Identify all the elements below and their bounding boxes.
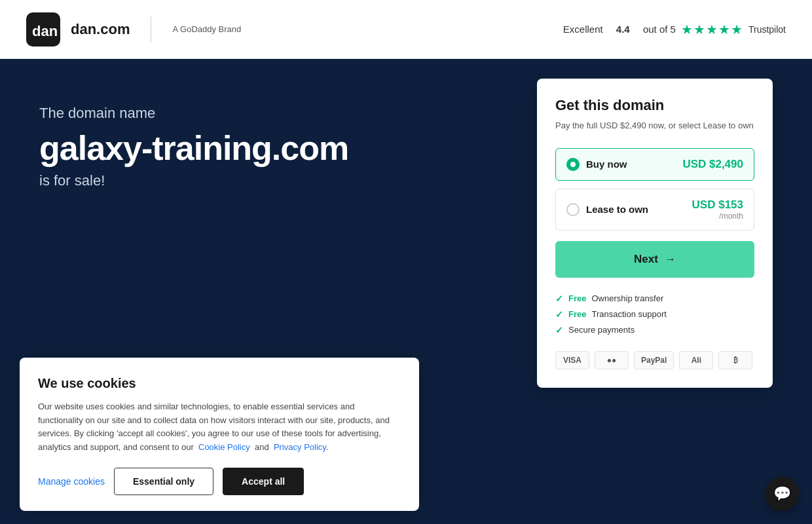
cookie-period: .: [326, 442, 329, 452]
check-icon-3: ✓: [555, 325, 563, 335]
logo-divider: [151, 16, 151, 43]
cookie-policy-link[interactable]: Cookie Policy: [198, 442, 250, 452]
check-icon-2: ✓: [555, 309, 563, 320]
hero-text-block: The domain name galaxy-training.com is f…: [39, 105, 348, 189]
cookie-body: Our website uses cookies and similar tec…: [38, 400, 401, 455]
essential-only-button[interactable]: Essential only: [114, 468, 213, 495]
trustpilot-area: Excellent 4.4 out of 5 ★★★★★ Trustpilot: [563, 22, 786, 37]
next-button[interactable]: Next →: [555, 241, 754, 278]
feature-item: ✓ Free Ownership transfer: [555, 291, 754, 307]
brand-label: A GoDaddy Brand: [172, 24, 241, 34]
cookie-and-text: and: [255, 442, 269, 452]
card-title: Get this domain: [555, 97, 754, 114]
feature-text-2: Transaction support: [591, 309, 666, 319]
trustpilot-score: 4.4: [616, 24, 630, 35]
lease-left: Lease to own: [566, 203, 648, 216]
domain-card: Get this domain Pay the full USD $2,490 …: [537, 79, 773, 388]
payment-btc: ₿: [718, 351, 752, 369]
feature-item: ✓ Secure payments: [555, 322, 754, 338]
buy-now-left: Buy now: [566, 158, 627, 171]
logo-text: dan.com: [71, 21, 130, 38]
hero-domain: galaxy-training.com: [39, 130, 348, 167]
buy-now-radio: [566, 158, 580, 171]
feature-item: ✓ Free Transaction support: [555, 307, 754, 322]
trustpilot-label: Trustpilot: [748, 24, 786, 35]
lease-label: Lease to own: [586, 204, 648, 215]
hero-sale: is for sale!: [39, 172, 348, 189]
feature-free-2: Free: [568, 309, 586, 319]
payment-visa: VISA: [555, 351, 589, 369]
cookie-banner: We use cookies Our website uses cookies …: [20, 358, 419, 511]
header: dan dan.com A GoDaddy Brand Excellent 4.…: [0, 0, 812, 59]
card-subtitle: Pay the full USD $2,490 now, or select L…: [555, 119, 754, 132]
lease-radio: [566, 203, 580, 216]
buy-now-price: USD $2,490: [682, 158, 743, 171]
trustpilot-prefix: Excellent: [563, 24, 603, 35]
payment-icons: VISA ●● PayPal Ali ₿: [555, 351, 754, 369]
chat-button[interactable]: 💬: [765, 477, 799, 511]
buy-now-price-value: USD $2,490: [682, 158, 743, 171]
cookie-actions: Manage cookies Essential only Accept all: [38, 468, 401, 495]
trustpilot-stars-icon: ★★★★★: [681, 22, 743, 37]
trustpilot-suffix: out of 5: [643, 24, 676, 35]
feature-text-1: Ownership transfer: [591, 293, 663, 303]
cookie-title: We use cookies: [38, 376, 401, 391]
check-icon-1: ✓: [555, 293, 563, 304]
lease-price-sub: /month: [692, 212, 743, 221]
manage-cookies-link[interactable]: Manage cookies: [38, 476, 105, 487]
payment-mc: ●●: [595, 351, 629, 369]
next-arrow-icon: →: [665, 253, 676, 266]
features-list: ✓ Free Ownership transfer ✓ Free Transac…: [555, 291, 754, 338]
buy-now-option[interactable]: Buy now USD $2,490: [555, 148, 754, 181]
svg-text:dan: dan: [32, 23, 58, 39]
chat-icon: 💬: [773, 485, 791, 502]
lease-price-value: USD $153: [692, 198, 743, 212]
lease-price: USD $153 /month: [692, 198, 743, 221]
feature-free-1: Free: [568, 293, 586, 303]
feature-text-3: Secure payments: [568, 325, 635, 335]
lease-option[interactable]: Lease to own USD $153 /month: [555, 189, 754, 231]
accept-all-button[interactable]: Accept all: [223, 468, 304, 495]
hero-subtitle: The domain name: [39, 105, 348, 122]
dan-logo-icon: dan: [26, 12, 60, 47]
logo-area: dan dan.com A GoDaddy Brand: [26, 12, 241, 47]
hero-section: The domain name galaxy-training.com is f…: [0, 59, 812, 524]
payment-alipay: Ali: [679, 351, 713, 369]
next-button-label: Next: [634, 253, 658, 266]
payment-paypal: PayPal: [634, 351, 674, 369]
privacy-policy-link[interactable]: Privacy Policy: [274, 442, 326, 452]
buy-now-label: Buy now: [586, 159, 627, 170]
